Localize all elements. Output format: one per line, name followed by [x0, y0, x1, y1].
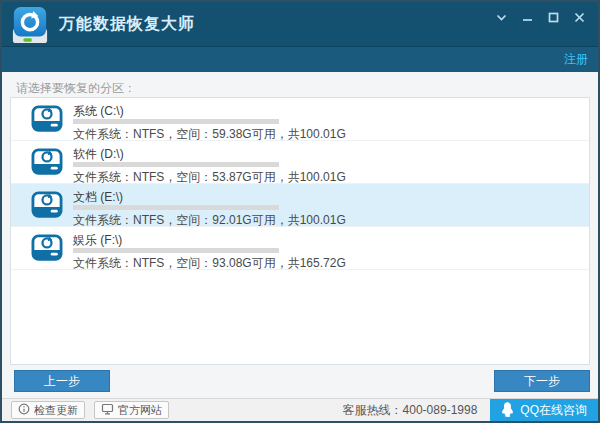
qq-penguin-icon	[501, 402, 514, 420]
partition-info: 文件系统：NTFS，空间：93.08G可用，共165.72G	[73, 255, 346, 272]
official-site-label: 官方网站	[118, 403, 162, 418]
main-content: 请选择要恢复的分区： 系统 (C:\) 文件系统：NTFS，空间：59.38G可…	[2, 72, 598, 398]
app-logo-icon	[11, 5, 49, 45]
partition-list: 系统 (C:\) 文件系统：NTFS，空间：59.38G可用，共100.01G …	[10, 97, 590, 365]
hotline-label: 客服热线：400-089-1998	[343, 402, 478, 419]
next-step-button[interactable]: 下一步	[494, 370, 590, 392]
partition-row-c[interactable]: 系统 (C:\) 文件系统：NTFS，空间：59.38G可用，共100.01G	[11, 98, 589, 141]
partition-row-e[interactable]: 文档 (E:\) 文件系统：NTFS，空间：92.01G可用，共100.01G	[11, 184, 589, 227]
official-site-button[interactable]: 官方网站	[94, 401, 169, 419]
drive-restore-icon	[29, 105, 65, 139]
check-update-label: 检查更新	[34, 403, 78, 418]
partition-row-d[interactable]: 软件 (D:\) 文件系统：NTFS，空间：53.87G可用，共100.01G	[11, 141, 589, 184]
usage-bar	[73, 162, 279, 167]
window-title: 万能数据恢复大师	[59, 14, 195, 35]
subheader: 注册	[2, 46, 598, 72]
qq-consult-button[interactable]: QQ在线咨询	[490, 399, 598, 422]
minimize-button[interactable]	[521, 11, 534, 24]
usage-bar	[73, 119, 279, 124]
window-controls	[495, 11, 586, 24]
app-window: 万能数据恢复大师 注册 请选择要恢复的分区：	[0, 0, 600, 423]
footer: 检查更新 官方网站 客服热线：400-089-1998 QQ在线咨询	[2, 398, 598, 421]
drive-restore-icon	[29, 234, 65, 268]
partition-name: 文档 (E:\)	[73, 189, 123, 206]
partition-name: 系统 (C:\)	[73, 103, 124, 120]
maximize-button[interactable]	[547, 11, 560, 24]
prompt-label: 请选择要恢复的分区：	[16, 80, 136, 97]
partition-name: 娱乐 (F:\)	[73, 232, 122, 249]
info-circle-icon	[18, 403, 30, 417]
usage-bar	[73, 205, 279, 210]
monitor-icon	[101, 403, 114, 417]
titlebar: 万能数据恢复大师	[2, 2, 598, 46]
chevron-down-icon[interactable]	[495, 11, 508, 24]
partition-row-f[interactable]: 娱乐 (F:\) 文件系统：NTFS，空间：93.08G可用，共165.72G	[11, 227, 589, 270]
qq-consult-label: QQ在线咨询	[520, 402, 587, 419]
register-link[interactable]: 注册	[564, 51, 588, 68]
check-update-button[interactable]: 检查更新	[11, 401, 85, 419]
partition-name: 软件 (D:\)	[73, 146, 124, 163]
usage-bar	[73, 248, 279, 253]
drive-restore-icon	[29, 148, 65, 182]
drive-restore-icon	[29, 191, 65, 225]
prev-step-button[interactable]: 上一步	[14, 370, 110, 392]
close-button[interactable]	[573, 11, 586, 24]
